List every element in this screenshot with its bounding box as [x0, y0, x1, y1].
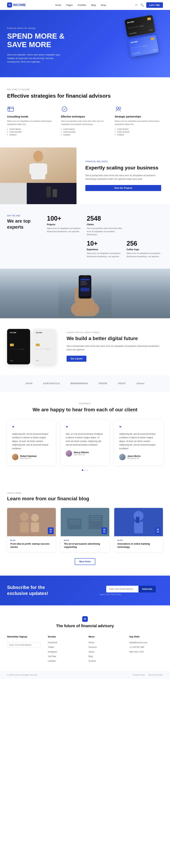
- footer-privacy-link[interactable]: Privacy Policy: [133, 674, 145, 676]
- subscribe-button[interactable]: Subscribe: [138, 586, 156, 592]
- stat-clients-desc: Sed ut perspiciatis unde omnis iste natu…: [87, 227, 123, 236]
- svg-point-3: [8, 107, 9, 108]
- card2-logo: INCOME: [131, 40, 138, 43]
- dot-2[interactable]: [84, 469, 86, 471]
- footer-menu-blog[interactable]: Blog: [89, 655, 93, 658]
- hero-cards: INCOME **** **** **** 1234 Card Holder V…: [125, 15, 159, 57]
- footer-social-facebook[interactable]: Facebook: [48, 641, 57, 644]
- stat-projects-desc: Natus error sit voluptatem accusantium d…: [47, 227, 83, 233]
- blog-post-2-category: BLOG: [64, 539, 106, 541]
- footer-col-contact: Say Hello hello@income.com +1 234 567 89…: [129, 635, 163, 664]
- nav-logo[interactable]: IN INCOME: [7, 2, 26, 7]
- nav-link-shop[interactable]: Shop: [101, 4, 106, 6]
- footer-col-newsletter: Newsletter Signup: [7, 635, 41, 664]
- svg-rect-12: [53, 189, 57, 197]
- subscribe-email-input[interactable]: [106, 586, 138, 592]
- svg-rect-34: [89, 515, 103, 529]
- nav-cta-button[interactable]: Let's Talk: [146, 2, 163, 8]
- scaling-title: Expertly scaling your business: [86, 165, 161, 171]
- svg-rect-9: [29, 164, 33, 175]
- testimonial-3-text: Adipiscing elit, sed do eiusmod tempor i…: [119, 432, 158, 450]
- footer-contact-phone[interactable]: +1 234 567 890: [129, 646, 144, 648]
- blog-post-3[interactable]: 09 03 BLOG Innovations in online banking…: [114, 508, 163, 552]
- stat-projects: 100+ Projects Natus error sit voluptatem…: [47, 215, 83, 233]
- footer-bottom: © 2024 Income. All rights reserved. Priv…: [0, 671, 170, 679]
- phone-container: [60, 270, 110, 317]
- card1-number: **** **** **** 1234: [128, 23, 152, 29]
- svg-rect-23: [80, 283, 88, 283]
- footer-social-twitter[interactable]: Twitter: [48, 646, 54, 648]
- footer-contact-email[interactable]: hello@income.com: [129, 641, 147, 644]
- footer-social-linkedin[interactable]: Linkedin: [48, 660, 56, 662]
- author-2-avatar: [66, 450, 72, 457]
- blog-more-button[interactable]: More Posts: [75, 558, 96, 565]
- footer-newsletter-input[interactable]: [7, 642, 41, 648]
- stat-experience: 10+ Experience Natus error sit voluptate…: [87, 240, 123, 258]
- scaling-cta-button[interactable]: View Our Projects: [86, 185, 161, 191]
- nav-link-pages[interactable]: Pages: [66, 4, 73, 6]
- stat-projects-label: Projects: [47, 223, 83, 226]
- subscribe-form-wrapper: Subscribe I agree to the Privacy Policy: [99, 586, 163, 595]
- stat-coffee-desc: Natus error sit voluptatem accusantium d…: [127, 252, 163, 258]
- phone-section: [0, 269, 170, 318]
- features-grid: Consulting trends Natus error sit volupt…: [7, 105, 163, 136]
- credit-card-2: INCOME **** **** **** 5678 Card Holder V…: [128, 35, 159, 57]
- card2-chip: [151, 37, 155, 40]
- feature-techniques: Effective techniques Sed ut perspiciatis…: [61, 105, 109, 136]
- svg-rect-8: [31, 163, 45, 179]
- partner-epson: EPSON: [99, 382, 107, 385]
- quote-icon-3: ❝: [119, 425, 158, 430]
- blog-post-2[interactable]: 09 03 BLOG The art of persuasive adverti…: [61, 508, 109, 552]
- feature-techniques-list: Lorem ipsum Color sit amet Incidunt: [61, 128, 109, 136]
- list-item: Color sit amet: [61, 130, 109, 133]
- nav-link-home[interactable]: Home: [55, 4, 61, 6]
- dot-1[interactable]: [82, 469, 83, 471]
- digital-section: INCOME **** **** **** 1234 VISA INCOME *…: [0, 318, 170, 375]
- card2-name: Card Holder: [132, 52, 140, 55]
- blog-post-1[interactable]: 09 03 BLOG From idea to profit: startup …: [7, 508, 56, 552]
- scaling-content: FINANCIAL WELLNESS Expertly scaling your…: [76, 148, 170, 204]
- nav-link-blog[interactable]: Blog: [91, 4, 96, 6]
- footer-col-socials: Socials Facebook Twitter Instagram YouTu…: [48, 635, 81, 664]
- stat-clients-label: Clients: [87, 223, 123, 226]
- card1-brand: VISA: [149, 29, 153, 31]
- feature-techniques-icon: [61, 105, 68, 113]
- feature-consulting-icon: [7, 105, 14, 113]
- svg-rect-25: [80, 288, 90, 291]
- svg-point-28: [20, 512, 29, 521]
- author-2-location: New York, US: [74, 454, 89, 456]
- author-3-location: Minnesota, US: [127, 457, 141, 459]
- testimonial-2-text: Sed, ut is do eiusmod tempor incididunt …: [66, 432, 104, 447]
- feature-consulting: Consulting trends Natus error sit volupt…: [7, 105, 55, 136]
- footer-menu-about[interactable]: About: [89, 651, 94, 653]
- blog-post-2-image: 09 03: [61, 508, 109, 536]
- footer-menu-contact[interactable]: Contact: [89, 660, 96, 662]
- footer-menu-home[interactable]: Home: [89, 641, 94, 644]
- digital-cta-button[interactable]: Get a Quote: [67, 356, 87, 362]
- testimonial-1: ❝ Adipiscing elit, sed do eiusmod tempor…: [7, 420, 56, 465]
- hero-section: Financial advice for savings SPEND MORE …: [0, 10, 170, 77]
- footer-contact-address[interactable]: New York, USA: [129, 651, 144, 653]
- footer-terms-link[interactable]: Terms of Service: [148, 674, 163, 676]
- subscribe-title: Subscribe for the exclusive updates!: [7, 585, 57, 596]
- nav-link-portfolio[interactable]: Portfolio: [78, 4, 86, 6]
- credit-card-1: INCOME **** **** **** 1234 Card Holder V…: [125, 15, 156, 37]
- digital-desc: Sed ut perspiciatis unde omnis iste natu…: [67, 344, 163, 351]
- author-1-avatar: [12, 454, 19, 460]
- footer-social-instagram[interactable]: Instagram: [48, 651, 57, 653]
- dot-3[interactable]: [87, 469, 88, 471]
- nav-search-button[interactable]: 🔍: [140, 3, 144, 7]
- testimonial-3: ❝ Adipiscing elit, sed do eiusmod tempor…: [114, 420, 163, 465]
- nav-logo-icon: IN: [7, 2, 12, 7]
- footer-social-youtube[interactable]: YouTube: [48, 655, 56, 658]
- stat-projects-number: 100+: [47, 215, 83, 222]
- blog-more: More Posts: [7, 558, 163, 565]
- quote-icon-1: ❝: [12, 425, 51, 430]
- stat-coffee-label: Coffee Cups: [127, 248, 163, 251]
- footer-menu-services[interactable]: Services: [89, 646, 97, 648]
- footer-grid: Newsletter Signup Socials Facebook Twitt…: [7, 635, 163, 664]
- stat-coffee: 256 Coffee Cups Natus error sit voluptat…: [127, 240, 163, 258]
- subscribe-privacy: I agree to the Privacy Policy: [99, 593, 163, 595]
- feature-consulting-list: Lorem ipsum Color sit amet Incidunt: [7, 128, 55, 136]
- strategies-label: WELCOME TO INCOME: [7, 89, 163, 91]
